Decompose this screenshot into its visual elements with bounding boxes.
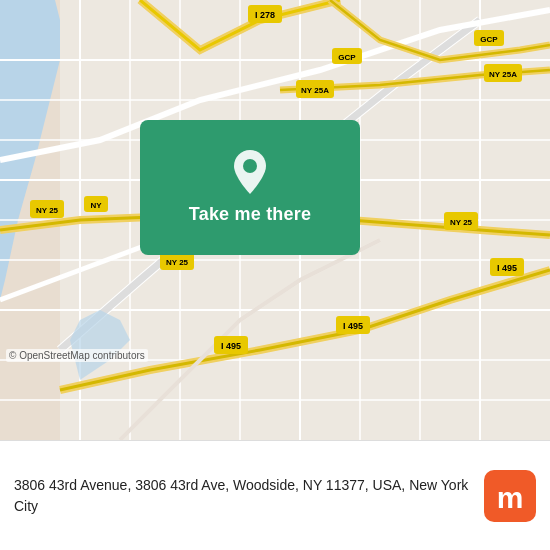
svg-text:NY 25A: NY 25A bbox=[301, 86, 329, 95]
svg-text:NY 25: NY 25 bbox=[36, 206, 59, 215]
svg-text:I 495: I 495 bbox=[497, 263, 517, 273]
svg-point-46 bbox=[243, 159, 257, 173]
svg-text:NY 25: NY 25 bbox=[166, 258, 189, 267]
take-me-there-button[interactable]: Take me there bbox=[189, 204, 311, 225]
svg-text:NY: NY bbox=[90, 201, 102, 210]
svg-text:I 278: I 278 bbox=[255, 10, 275, 20]
cta-panel[interactable]: Take me there bbox=[140, 120, 360, 255]
svg-text:NY 25A: NY 25A bbox=[489, 70, 517, 79]
svg-text:GCP: GCP bbox=[480, 35, 498, 44]
svg-text:I 495: I 495 bbox=[343, 321, 363, 331]
location-pin-icon bbox=[232, 150, 268, 194]
info-bar: 3806 43rd Avenue, 3806 43rd Ave, Woodsid… bbox=[0, 440, 550, 550]
svg-text:I 495: I 495 bbox=[221, 341, 241, 351]
svg-text:NY 25: NY 25 bbox=[450, 218, 473, 227]
moovit-logo: m bbox=[484, 470, 536, 522]
svg-text:m: m bbox=[497, 481, 524, 514]
svg-text:GCP: GCP bbox=[338, 53, 356, 62]
map-container: I 278 GCP GCP NY 25A NY 25A NY NY 25 NY … bbox=[0, 0, 550, 440]
copyright-notice: © OpenStreetMap contributors bbox=[6, 349, 148, 362]
address-text: 3806 43rd Avenue, 3806 43rd Ave, Woodsid… bbox=[14, 475, 472, 517]
moovit-logo-icon: m bbox=[484, 470, 536, 522]
